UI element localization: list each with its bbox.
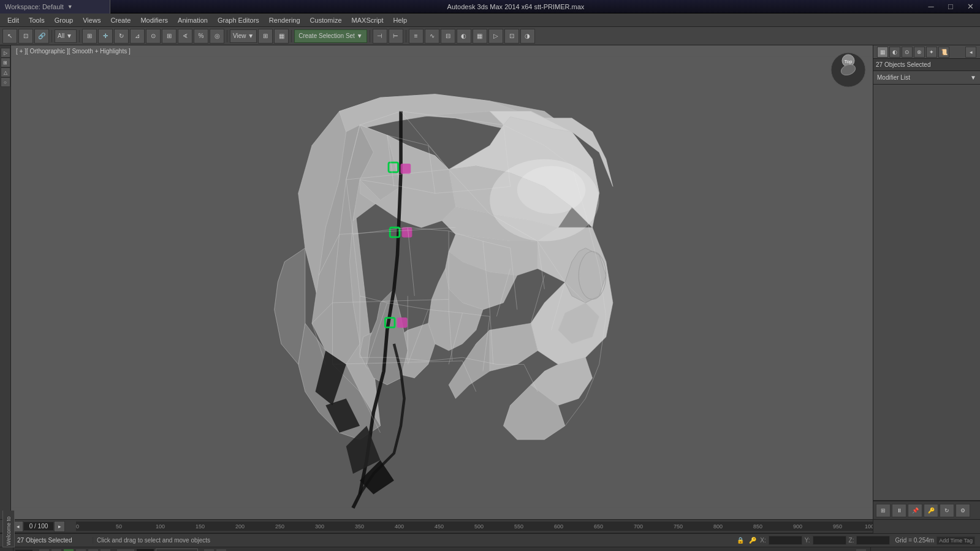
rp-btn-settings[interactable]: ⚙ bbox=[955, 504, 970, 517]
menu-graph-editors[interactable]: Graph Editors bbox=[213, 13, 264, 27]
svg-rect-30 bbox=[401, 164, 411, 173]
welcome-tab[interactable]: Welcome to bbox=[2, 511, 15, 547]
toolbar-schematic-btn[interactable]: ⊟ bbox=[441, 29, 455, 44]
menu-group[interactable]: Group bbox=[50, 13, 78, 27]
navigation-gizmo[interactable]: Top bbox=[830, 51, 867, 88]
toolbar-ref-btn[interactable]: ⊞ bbox=[258, 29, 273, 44]
left-btn-2[interactable]: ⊞ bbox=[1, 58, 10, 67]
next-frame-btn[interactable]: ▸ bbox=[88, 549, 99, 552]
menu-create[interactable]: Create bbox=[105, 13, 135, 27]
rp-btn-key[interactable]: 🔑 bbox=[924, 504, 938, 517]
toolbar-rotate-btn[interactable]: ↻ bbox=[114, 29, 129, 44]
menu-views[interactable]: Views bbox=[78, 13, 105, 27]
set-key-btn[interactable]: SetK bbox=[116, 549, 135, 552]
toolbar-mirr-btn[interactable]: ⊣ bbox=[373, 29, 387, 44]
toolbar-curve-btn[interactable]: ∿ bbox=[425, 29, 439, 44]
left-btn-1[interactable]: ▷ bbox=[1, 48, 10, 58]
modifier-list-arrow[interactable]: ▼ bbox=[970, 74, 976, 81]
panel-icon-camera[interactable]: ⊙ bbox=[902, 47, 913, 58]
toolbar-select-filter[interactable]: ⊞ bbox=[82, 29, 97, 44]
z-input[interactable] bbox=[856, 536, 890, 545]
y-input[interactable] bbox=[813, 536, 846, 545]
menu-edit[interactable]: Edit bbox=[2, 13, 24, 27]
panel-icon-display[interactable]: ▦ bbox=[877, 47, 888, 58]
filter-btn[interactable]: Filters... bbox=[856, 549, 867, 552]
modifier-list-bar: Modifier List ▼ bbox=[873, 71, 980, 85]
rp-btn-1[interactable]: ⊞ bbox=[876, 504, 891, 517]
rp-btn-refresh[interactable]: ↻ bbox=[940, 504, 954, 517]
add-time-tag-btn[interactable]: Add Time Tag bbox=[936, 536, 975, 545]
toolbar-render-type-btn[interactable]: ⊡ bbox=[504, 29, 519, 44]
left-btn-4[interactable]: ○ bbox=[1, 77, 10, 87]
toolbar-move-btn[interactable]: ✛ bbox=[98, 29, 113, 44]
objects-selected-text: 27 Objects Selected bbox=[876, 61, 931, 68]
pb-sep-3 bbox=[200, 549, 201, 552]
toolbar-place-btn[interactable]: ⊙ bbox=[146, 29, 161, 44]
play-btn[interactable]: ▶ bbox=[63, 549, 74, 552]
toolbar-sep-3 bbox=[227, 30, 227, 42]
lock-icon[interactable]: 🔒 bbox=[737, 537, 744, 544]
create-selection-btn[interactable]: Create Selection Set ▼ bbox=[294, 29, 367, 43]
window-controls: ─ □ ✕ bbox=[921, 0, 980, 13]
play-reverse-btn[interactable]: ◀ bbox=[75, 549, 86, 552]
panel-icon-script[interactable]: 📜 bbox=[938, 47, 949, 58]
menu-tools[interactable]: Tools bbox=[24, 13, 50, 27]
go-end-btn[interactable]: ▸| bbox=[100, 549, 111, 552]
menu-rendering[interactable]: Rendering bbox=[264, 13, 305, 27]
key-filter-dropdown[interactable]: Selected All bbox=[156, 549, 198, 551]
auto-key-toggle[interactable]: Auto bbox=[136, 549, 154, 552]
toolbar-link-btn[interactable]: 🔗 bbox=[34, 29, 49, 44]
x-label: X: bbox=[760, 537, 765, 544]
prev-frame-btn[interactable]: ◂ bbox=[51, 549, 62, 552]
maximize-button[interactable]: □ bbox=[941, 0, 960, 13]
x-input[interactable] bbox=[769, 536, 802, 545]
z-label: Z: bbox=[849, 537, 854, 544]
status-objects-selected: 27 Objects Selected bbox=[13, 537, 93, 544]
status-bar: Welcome to 27 Objects Selected Click and… bbox=[0, 533, 980, 547]
svg-rect-34 bbox=[397, 318, 407, 328]
toolbar-layer-btn[interactable]: ≡ bbox=[409, 29, 424, 44]
key-icon[interactable]: 🔑 bbox=[749, 537, 756, 544]
toolbar-scale-btn[interactable]: ⊿ bbox=[130, 29, 145, 44]
panel-expand-btn[interactable]: ◂ bbox=[965, 47, 976, 58]
toolbar-select-btn[interactable]: ↖ bbox=[2, 29, 17, 44]
filter-dropdown[interactable]: All ▼ bbox=[55, 29, 77, 43]
close-button[interactable]: ✕ bbox=[960, 0, 980, 13]
timeline-ruler[interactable]: 0 50 100 150 200 250 300 350 400 450 500… bbox=[76, 522, 873, 531]
key-mode-btn[interactable]: ⊞ bbox=[203, 549, 215, 552]
panel-icon-utility[interactable]: ✦ bbox=[926, 47, 937, 58]
right-panel-bottom-toolbar: ⊞ ⏸ 📌 🔑 ↻ ⚙ bbox=[873, 501, 980, 519]
svg-text:Top: Top bbox=[845, 59, 853, 64]
toolbar-render-btn[interactable]: ▷ bbox=[488, 29, 503, 44]
toolbar-spinner-btn[interactable]: ◎ bbox=[210, 29, 224, 44]
view-dropdown[interactable]: View ▼ bbox=[230, 29, 257, 43]
toolbar-align-btn[interactable]: ⊢ bbox=[389, 29, 403, 44]
timeline-next-btn[interactable]: ▸ bbox=[54, 521, 65, 532]
go-start-btn[interactable]: |◂ bbox=[39, 549, 50, 552]
menu-maxscript[interactable]: MAXScript bbox=[347, 13, 389, 27]
toolbar-sep-5 bbox=[370, 30, 370, 42]
workspace-dropdown[interactable]: Workspace: Default ▼ bbox=[0, 0, 110, 13]
toolbar-snap-angle-btn[interactable]: ∢ bbox=[178, 29, 192, 44]
rp-btn-pause[interactable]: ⏸ bbox=[892, 504, 906, 517]
menu-help[interactable]: Help bbox=[389, 13, 412, 27]
toolbar-active-shade-btn[interactable]: ◑ bbox=[520, 29, 535, 44]
menu-customize[interactable]: Customize bbox=[305, 13, 347, 27]
rp-btn-pin[interactable]: 📌 bbox=[908, 504, 922, 517]
panel-icon-light[interactable]: ◐ bbox=[889, 47, 900, 58]
toolbar-render-frame-btn[interactable]: ▦ bbox=[473, 29, 487, 44]
viewport[interactable]: [ + ][ Orthographic ][ Smooth + Highligh… bbox=[11, 45, 873, 519]
toolbar-mat-btn[interactable]: ◐ bbox=[457, 29, 471, 44]
toolbar-region-btn[interactable]: ⊡ bbox=[18, 29, 33, 44]
minimize-button[interactable]: ─ bbox=[921, 0, 941, 13]
left-btn-3[interactable]: △ bbox=[1, 67, 10, 77]
toolbar-percent-btn[interactable]: % bbox=[194, 29, 208, 44]
menu-modifiers[interactable]: Modifiers bbox=[135, 13, 173, 27]
main-toolbar: ↖ ⊡ 🔗 All ▼ ⊞ ✛ ↻ ⊿ ⊙ ⊞ ∢ % ◎ View ▼ ⊞ ▦… bbox=[0, 27, 980, 45]
panel-icon-motion[interactable]: ⊗ bbox=[914, 47, 925, 58]
anim-settings-btn[interactable]: ⚙ bbox=[216, 549, 227, 552]
toolbar-snap-btn[interactable]: ⊞ bbox=[162, 29, 177, 44]
status-coordinates: 🔒 🔑 X: Y: Z: Grid = 0.254m bbox=[735, 536, 934, 545]
menu-animation[interactable]: Animation bbox=[173, 13, 213, 27]
toolbar-use-btn[interactable]: ▦ bbox=[274, 29, 289, 44]
